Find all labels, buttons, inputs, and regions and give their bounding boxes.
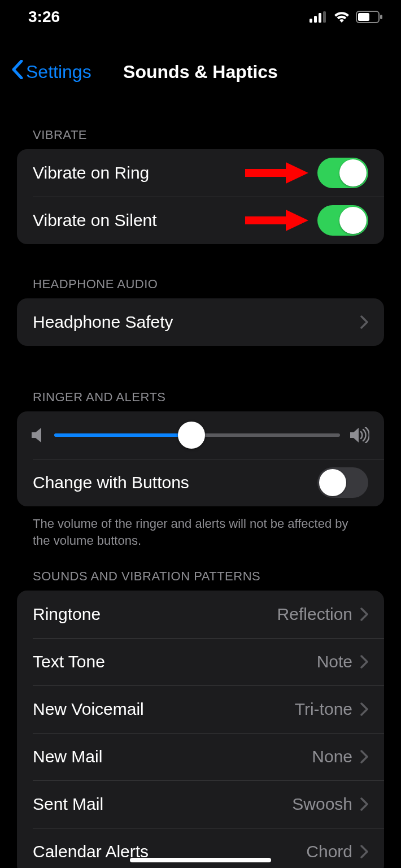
status-time: 3:26	[28, 8, 60, 26]
row-value: Tri-tone	[295, 700, 352, 719]
svg-rect-0	[310, 19, 312, 23]
row-headphone-safety[interactable]: Headphone Safety	[17, 298, 384, 346]
group-ringer: Change with Buttons	[17, 411, 384, 506]
home-indicator[interactable]	[130, 858, 271, 862]
chevron-right-icon	[360, 845, 368, 858]
toggle-vibrate-on-silent[interactable]	[317, 205, 368, 236]
row-label: Vibrate on Silent	[33, 211, 317, 230]
chevron-right-icon	[360, 750, 368, 763]
row-label: New Voicemail	[33, 700, 295, 719]
row-vibrate-on-ring[interactable]: Vibrate on Ring	[17, 149, 384, 197]
svg-rect-1	[314, 16, 317, 23]
svg-rect-2	[319, 13, 321, 23]
slider-thumb[interactable]	[178, 422, 205, 449]
svg-rect-5	[358, 13, 369, 21]
chevron-right-icon	[360, 655, 368, 669]
row-label: Vibrate on Ring	[33, 163, 317, 183]
row-label: Text Tone	[33, 652, 317, 671]
chevron-left-icon	[11, 60, 24, 84]
row-value: None	[312, 747, 352, 766]
toggle-vibrate-on-ring[interactable]	[317, 158, 368, 188]
svg-rect-3	[323, 11, 326, 23]
battery-half-icon	[356, 11, 383, 23]
row-label: New Mail	[33, 747, 312, 766]
row-ringtone[interactable]: Ringtone Reflection	[17, 591, 384, 638]
cellular-3-bars-icon	[310, 11, 328, 23]
status-bar: 3:26	[0, 0, 401, 34]
group-vibrate: Vibrate on Ring Vibrate on Silent	[17, 149, 384, 244]
section-header-vibrate: VIBRATE	[33, 128, 384, 142]
chevron-right-icon	[360, 702, 368, 716]
nav-header: Settings Sounds & Haptics	[0, 55, 401, 88]
section-footer-ringer: The volume of the ringer and alerts will…	[33, 515, 368, 549]
row-change-with-buttons[interactable]: Change with Buttons	[17, 459, 384, 506]
row-value: Chord	[306, 842, 352, 861]
row-value: Reflection	[277, 605, 352, 624]
section-header-ringer: RINGER AND ALERTS	[33, 390, 384, 405]
row-new-mail[interactable]: New Mail None	[17, 733, 384, 780]
chevron-right-icon	[360, 607, 368, 621]
row-vibrate-on-silent[interactable]: Vibrate on Silent	[17, 197, 384, 244]
wifi-icon	[333, 11, 350, 23]
page-title: Sounds & Haptics	[123, 62, 278, 83]
toggle-change-with-buttons[interactable]	[317, 467, 368, 498]
row-label: Change with Buttons	[33, 473, 317, 492]
back-button[interactable]: Settings	[11, 60, 91, 84]
row-volume-slider[interactable]	[17, 411, 384, 459]
volume-high-icon	[350, 427, 369, 443]
chevron-right-icon	[360, 315, 368, 329]
status-icons	[310, 11, 383, 23]
volume-slider[interactable]	[54, 433, 340, 437]
chevron-right-icon	[360, 797, 368, 811]
group-patterns: Ringtone Reflection Text Tone Note New V…	[17, 591, 384, 868]
volume-low-icon	[32, 427, 44, 443]
row-value: Note	[317, 652, 352, 671]
back-label: Settings	[26, 62, 91, 83]
row-sent-mail[interactable]: Sent Mail Swoosh	[17, 780, 384, 828]
section-header-patterns: SOUNDS AND VIBRATION PATTERNS	[33, 569, 384, 584]
row-label: Sent Mail	[33, 795, 292, 814]
section-header-headphone: HEADPHONE AUDIO	[33, 277, 384, 292]
row-text-tone[interactable]: Text Tone Note	[17, 638, 384, 685]
group-headphone: Headphone Safety	[17, 298, 384, 346]
row-new-voicemail[interactable]: New Voicemail Tri-tone	[17, 685, 384, 733]
row-label: Ringtone	[33, 605, 277, 624]
row-value: Swoosh	[292, 795, 352, 814]
row-label: Headphone Safety	[33, 313, 360, 332]
svg-rect-6	[380, 15, 382, 19]
